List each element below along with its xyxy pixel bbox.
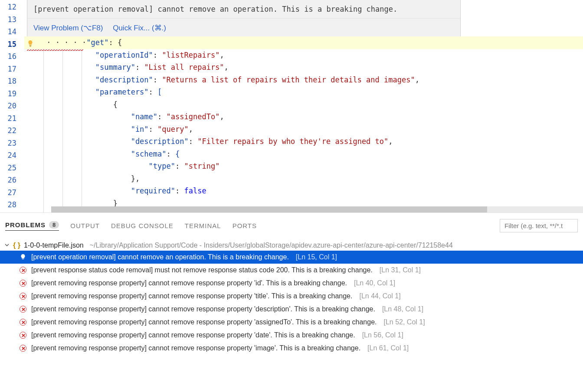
problem-row[interactable]: [prevent removing response property] can… [0,290,583,303]
error-icon [19,279,27,287]
code-line-26[interactable]: }, [24,173,583,185]
line-number[interactable]: 22 [0,124,16,137]
code-line-18[interactable]: "description": "Returns a list of repair… [24,74,583,86]
problem-row[interactable]: [prevent removing response property] can… [0,316,583,329]
problem-message: [prevent removing response property] can… [31,331,355,339]
problem-location: [Ln 44, Col 1] [359,292,400,300]
code-line-17[interactable]: "summary": "List all repairs", [24,61,583,74]
code-line-15[interactable]: · · · · ·"get": { [24,36,583,49]
tab-ports[interactable]: PORTS [233,222,257,229]
lightbulb-icon [19,253,27,261]
panel-tabs: PROBLEMS 8 OUTPUT DEBUG CONSOLE TERMINAL… [0,213,583,235]
line-number[interactable]: 19 [0,88,16,100]
tab-debug-console[interactable]: DEBUG CONSOLE [111,222,174,229]
line-number-gutter: 1213141516171819202122232425262728 [0,0,24,212]
problem-location: [Ln 15, Col 1] [296,253,337,261]
problem-location: [Ln 52, Col 1] [383,318,425,326]
code-line-24[interactable]: "schema": { [24,148,583,160]
hover-actions: View Problem (⌥F8) Quick Fix... (⌘.) [27,18,460,39]
hover-message: [prevent operation removal] cannot remov… [27,0,460,18]
json-file-icon: { } [13,242,20,249]
problem-row[interactable]: [prevent removing response property] can… [0,277,583,290]
problems-file-name: 1-0-0-tempFile.json [24,242,84,249]
quick-fix-link[interactable]: Quick Fix... (⌘.) [113,24,166,32]
error-icon [19,292,27,300]
line-number[interactable]: 18 [0,75,16,88]
error-squiggle [27,49,83,51]
line-number[interactable]: 15 [0,38,16,51]
editor-area: 1213141516171819202122232425262728 [prev… [0,0,583,212]
code-column[interactable]: [prevent operation removal] cannot remov… [24,0,583,212]
lightbulb-icon[interactable] [27,38,34,45]
line-number[interactable]: 28 [0,199,16,211]
problems-filter-input[interactable] [500,219,578,232]
problem-message: [prevent removing response property] can… [31,305,375,313]
problems-list: { } 1-0-0-tempFile.json ~/Library/Applic… [0,235,583,355]
bottom-panel: PROBLEMS 8 OUTPUT DEBUG CONSOLE TERMINAL… [0,212,583,392]
problem-message: [prevent operation removal] cannot remov… [31,253,289,261]
problem-message: [prevent removing response property] can… [31,279,347,287]
code-line-16[interactable]: "operationId": "listRepairs", [24,49,583,62]
problem-message: [prevent removing response property] can… [31,344,360,352]
line-number[interactable]: 12 [0,1,16,13]
code-line-22[interactable]: "in": "query", [24,123,583,136]
problem-row[interactable]: [prevent operation removal] cannot remov… [0,251,583,264]
problem-row[interactable]: [prevent removing response property] can… [0,303,583,316]
problems-count-badge: 8 [49,221,59,229]
problems-file-row[interactable]: { } 1-0-0-tempFile.json ~/Library/Applic… [0,240,583,251]
line-number[interactable]: 26 [0,174,16,186]
tab-problems-label: PROBLEMS [5,221,46,229]
line-number[interactable]: 27 [0,186,16,199]
horizontal-scrollbar[interactable] [51,206,583,212]
error-icon [19,266,27,274]
tab-problems[interactable]: PROBLEMS 8 [5,221,59,231]
problem-message: [prevent response status code removal] m… [31,266,373,274]
line-number[interactable]: 17 [0,63,16,75]
code-line-27[interactable]: "required": false [24,185,583,197]
problem-row[interactable]: [prevent removing response property] can… [0,342,583,355]
svg-rect-2 [22,259,24,259]
line-number[interactable]: 23 [0,137,16,150]
problem-location: [Ln 31, Col 1] [380,266,421,274]
svg-rect-1 [29,46,31,46]
line-number[interactable]: 14 [0,26,16,38]
code-lines[interactable]: · · · · ·"get": { "operationId": "listRe… [24,36,583,209]
line-number[interactable]: 20 [0,100,16,112]
code-line-23[interactable]: "description": "Filter repairs by who th… [24,135,583,148]
problem-message: [prevent removing response property] can… [31,318,377,326]
svg-rect-0 [29,45,32,46]
problem-location: [Ln 61, Col 1] [367,344,409,352]
problem-row[interactable]: [prevent removing response property] can… [0,329,583,342]
error-icon [19,331,27,339]
tab-terminal[interactable]: TERMINAL [185,222,221,229]
code-line-21[interactable]: "name": "assignedTo", [24,111,583,123]
hover-widget: [prevent operation removal] cannot remov… [27,0,461,39]
line-number[interactable]: 24 [0,149,16,162]
line-number[interactable]: 16 [0,50,16,63]
line-number[interactable]: 25 [0,162,16,174]
error-icon [19,344,27,352]
problem-row[interactable]: [prevent response status code removal] m… [0,264,583,277]
problem-location: [Ln 40, Col 1] [354,279,395,287]
error-icon [19,305,27,313]
error-icon [19,318,27,326]
problem-location: [Ln 48, Col 1] [382,305,423,313]
code-line-19[interactable]: "parameters": [ [24,86,583,98]
problems-file-path: ~/Library/Application Support/Code - Ins… [90,242,453,249]
code-line-25[interactable]: "type": "string" [24,160,583,173]
line-number[interactable]: 13 [0,13,16,26]
view-problem-link[interactable]: View Problem (⌥F8) [33,24,103,32]
problem-message: [prevent removing response property] can… [31,292,352,300]
tab-output[interactable]: OUTPUT [70,222,100,229]
code-line-20[interactable]: { [24,98,583,111]
line-number[interactable]: 21 [0,112,16,125]
chevron-down-icon[interactable] [4,242,10,249]
problem-location: [Ln 56, Col 1] [362,331,403,339]
